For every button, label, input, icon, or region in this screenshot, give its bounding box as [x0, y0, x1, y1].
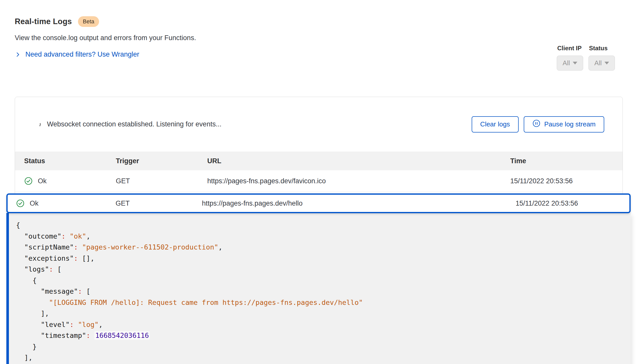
page-header: Real-time Logs Beta View the console.log…	[0, 0, 637, 59]
log-json: { "outcome": "ok", "scriptName": "pages-…	[9, 213, 631, 363]
table-row-selected[interactable]: Ok GET https://pages-fns.pages.dev/hello…	[6, 193, 631, 213]
pause-log-stream-button[interactable]: Pause log stream	[524, 116, 604, 133]
log-detail-panel: { "outcome": "ok", "scriptName": "pages-…	[6, 213, 631, 364]
clear-logs-label: Clear logs	[480, 120, 510, 128]
chevron-right-icon	[15, 52, 21, 58]
caret-down-icon	[573, 62, 577, 64]
column-header-url: URL	[207, 157, 510, 165]
status-dropdown[interactable]: All	[588, 56, 615, 71]
pause-log-stream-label: Pause log stream	[544, 120, 596, 128]
row-trigger: GET	[116, 177, 207, 185]
expanded-log-entry: Ok GET https://pages-fns.pages.dev/hello…	[6, 193, 631, 364]
row-status: Ok	[38, 177, 47, 185]
client-ip-filter: Client IP All	[557, 45, 583, 71]
wrangler-link-label: Need advanced filters? Use Wrangler	[25, 51, 139, 58]
status-filter: Status All	[588, 45, 615, 71]
check-circle-icon	[16, 199, 25, 208]
client-ip-label: Client IP	[557, 45, 583, 52]
status-filter-value: All	[594, 59, 602, 67]
realtime-logs-page: Real-time Logs Beta View the console.log…	[0, 0, 637, 364]
page-description: View the console.log output and errors f…	[15, 34, 637, 42]
wrangler-link[interactable]: Need advanced filters? Use Wrangler	[15, 51, 139, 58]
row-url: https://pages-fns.pages.dev/hello	[202, 200, 516, 207]
title-row: Real-time Logs Beta	[15, 16, 637, 27]
column-header-time: Time	[510, 157, 623, 165]
beta-badge: Beta	[78, 16, 99, 27]
client-ip-dropdown[interactable]: All	[557, 56, 583, 71]
column-header-trigger: Trigger	[116, 157, 207, 165]
column-header-status: Status	[15, 157, 116, 165]
spinner-icon	[35, 121, 41, 127]
check-circle-icon	[24, 177, 33, 185]
row-url: https://pages-fns.pages.dev/favicon.ico	[207, 177, 510, 185]
pause-icon	[532, 119, 540, 129]
websocket-status-text: Websocket connection established. Listen…	[47, 120, 221, 128]
status-filter-label: Status	[589, 45, 615, 52]
clear-logs-button[interactable]: Clear logs	[472, 116, 519, 133]
caret-down-icon	[604, 62, 609, 64]
table-row[interactable]: Ok GET https://pages-fns.pages.dev/favic…	[15, 170, 623, 192]
client-ip-value: All	[563, 59, 570, 67]
row-status: Ok	[30, 200, 39, 207]
row-time: 15/11/2022 20:53:56	[516, 200, 629, 207]
table-header: Status Trigger URL Time	[15, 152, 623, 170]
toolbar-actions: Clear logs Pause log stream	[472, 116, 604, 133]
websocket-status-row: Websocket connection established. Listen…	[36, 120, 221, 128]
row-trigger: GET	[116, 200, 202, 207]
page-title: Real-time Logs	[15, 17, 72, 26]
filters: Client IP All Status All	[557, 45, 615, 71]
logs-toolbar: Websocket connection established. Listen…	[15, 97, 623, 152]
row-time: 15/11/2022 20:53:56	[510, 177, 623, 185]
